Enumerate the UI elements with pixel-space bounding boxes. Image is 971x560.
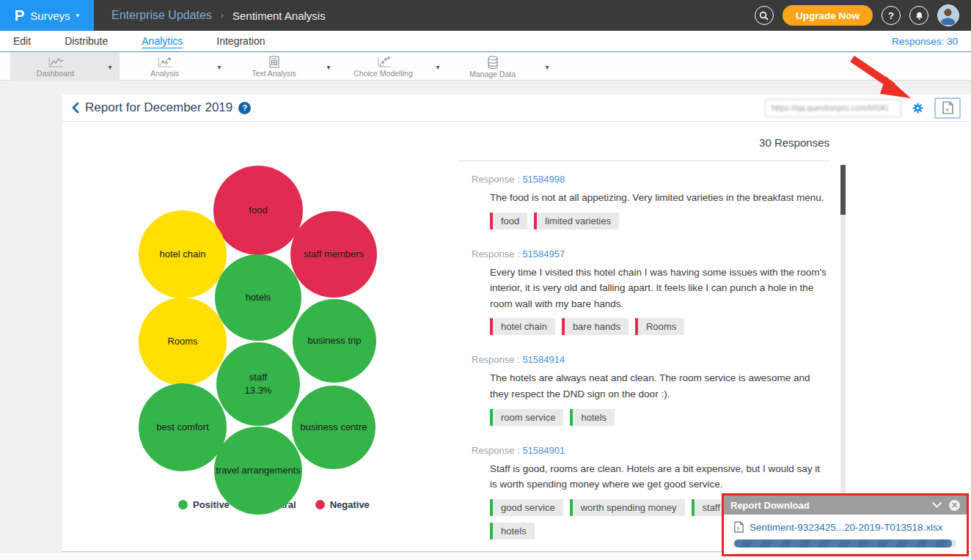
response-text: The food is not at all appetizing. Very … — [490, 190, 829, 206]
response-tags: room servicehotels — [490, 409, 829, 426]
excel-file-icon: x — [942, 101, 953, 114]
report-help-button[interactable]: ? — [238, 102, 251, 114]
responses-scrollbar-track[interactable] — [840, 165, 846, 517]
download-file-link[interactable]: Sentiment-9323425...20-2019-T013518.xlsx — [750, 522, 942, 533]
tab-label: Manage Data — [469, 70, 516, 78]
menu-analytics[interactable]: Analytics — [142, 35, 183, 47]
close-button[interactable]: ✕ — [949, 500, 960, 511]
legend-item: Positive — [178, 499, 230, 510]
report-card: Report for December 2019 ? x PositiveNeu… — [62, 95, 971, 552]
topbar-actions: Upgrade Now ? — [755, 4, 971, 26]
tab-choice-modelling[interactable]: Choice Modelling ▾ — [338, 53, 447, 81]
product-switcher[interactable]: P Surveys ▾ — [0, 0, 94, 31]
document-grid-icon — [268, 56, 281, 68]
user-avatar[interactable] — [937, 4, 959, 26]
tab-dashboard[interactable]: Dashboard ▾ — [10, 53, 120, 81]
survey-menu-bar: Edit Distribute Analytics Integration Re… — [0, 31, 971, 52]
report-title: Report for December 2019 — [85, 100, 232, 115]
sentiment-bubble[interactable]: food — [213, 166, 303, 255]
notifications-button[interactable] — [909, 6, 928, 25]
question-mark-icon: ? — [888, 10, 894, 21]
upgrade-now-button[interactable]: Upgrade Now — [783, 5, 873, 26]
response-item: Response : 51584957Every time I visited … — [458, 248, 829, 336]
response-id-link[interactable]: 51584901 — [522, 445, 565, 456]
legend-dot — [315, 500, 325, 509]
sentiment-tag-chip: bare hands — [562, 318, 629, 335]
sentiment-analysis-page: P Surveys ▾ Enterprise Updates › Sentime… — [0, 0, 971, 560]
scatter-chart-icon — [156, 56, 174, 68]
chevron-down-icon[interactable]: ▾ — [538, 63, 557, 71]
gear-icon — [912, 102, 924, 114]
report-header: Report for December 2019 ? x — [62, 95, 971, 122]
chevron-down-icon[interactable]: ▾ — [100, 63, 120, 71]
chevron-down-icon[interactable]: ▾ — [428, 63, 447, 71]
response-text: Staff is good, rooms are clean. Hotels a… — [490, 461, 829, 493]
tab-manage-data[interactable]: Manage Data ▾ — [447, 53, 557, 81]
sentiment-bubble[interactable]: Rooms — [139, 298, 227, 386]
sentiment-bubble[interactable]: business trip — [293, 299, 376, 383]
chevron-left-icon — [71, 102, 79, 114]
analytics-toolbar: Dashboard ▾ Analysis ▾ Text Analysis ▾ — [0, 53, 971, 81]
question-mark-icon: ? — [242, 103, 247, 112]
collapse-button[interactable] — [932, 502, 942, 508]
tab-label: Analysis — [150, 69, 179, 78]
menu-distribute[interactable]: Distribute — [65, 35, 108, 47]
sentiment-tag-chip: food — [490, 213, 527, 229]
sentiment-bubble[interactable]: business centre — [292, 386, 375, 469]
download-progress-bar — [734, 539, 956, 548]
response-id-link[interactable]: 51584914 — [522, 354, 565, 365]
breadcrumb-folder[interactable]: Enterprise Updates — [111, 9, 212, 22]
menu-integration[interactable]: Integration — [216, 35, 265, 47]
help-button[interactable]: ? — [882, 6, 901, 25]
response-tags: foodlimited varieties — [490, 213, 829, 229]
breadcrumb: Enterprise Updates › Sentiment Analysis — [111, 9, 326, 22]
response-meta: Response : 51584998 — [472, 174, 829, 185]
response-text: Every time I visited this hotel chain I … — [490, 265, 829, 312]
sentiment-bubble[interactable]: travel arrangements — [214, 427, 302, 515]
sentiment-bubble[interactable]: staff13.3% — [216, 342, 300, 426]
sentiment-tag-chip: room service — [490, 409, 563, 426]
download-panel-footline — [734, 553, 956, 554]
sentiment-tag-chip: hotel chain — [490, 318, 555, 335]
legend-label: Negative — [330, 499, 370, 510]
search-icon — [759, 11, 769, 21]
tab-label: Text Analysis — [252, 69, 296, 78]
tab-analysis[interactable]: Analysis ▾ — [120, 53, 229, 81]
responses-scrollbar-thumb[interactable] — [840, 165, 846, 215]
download-panel-header: Report Download ✕ — [724, 495, 967, 515]
response-id-link[interactable]: 51584998 — [522, 174, 565, 185]
sentiment-tag-chip: hotels — [570, 409, 615, 426]
responses-count[interactable]: Responses: 30 — [892, 36, 958, 47]
legend-item: Negative — [315, 499, 370, 510]
breadcrumb-separator: › — [221, 10, 224, 21]
response-item: Response : 51584914The hotels are always… — [458, 354, 829, 425]
sentiment-bubble[interactable]: staff members — [290, 211, 377, 298]
sentiment-bubble-chart: PositiveNeutralNegative foodhotel chains… — [62, 122, 458, 552]
download-progress-fill — [734, 539, 952, 548]
sentiment-bubble[interactable]: hotel chain — [139, 210, 227, 298]
sentiment-bubble[interactable]: hotels — [215, 254, 301, 341]
export-excel-button[interactable]: x — [934, 97, 961, 119]
svg-text:x: x — [737, 526, 740, 531]
sentiment-tag-chip: good service — [490, 499, 563, 516]
top-navbar: P Surveys ▾ Enterprise Updates › Sentime… — [0, 0, 971, 31]
breadcrumb-survey-name: Sentiment Analysis — [232, 10, 326, 22]
response-text: The hotels are always neat and clean. Th… — [490, 370, 829, 402]
settings-button[interactable] — [912, 102, 924, 114]
download-panel-title: Report Download — [730, 500, 810, 511]
responses-panel: 30 Responses Response : 51584998The food… — [458, 122, 829, 552]
menu-edit[interactable]: Edit — [13, 35, 31, 47]
response-meta: Response : 51584914 — [472, 354, 829, 365]
back-button[interactable] — [71, 102, 79, 114]
report-download-panel: Report Download ✕ x Sentiment-9323425...… — [722, 493, 969, 556]
tab-text-analysis[interactable]: Text Analysis ▾ — [229, 53, 338, 81]
chevron-down-icon[interactable]: ▾ — [319, 63, 338, 71]
download-panel-body: x Sentiment-9323425...20-2019-T013518.xl… — [724, 515, 967, 554]
search-button[interactable] — [755, 6, 774, 25]
sentiment-tag-chip: hotels — [490, 523, 535, 539]
chevron-down-icon[interactable]: ▾ — [210, 63, 229, 71]
sentiment-tag-chip: worth spending money — [570, 499, 685, 516]
response-id-link[interactable]: 51584957 — [522, 248, 565, 259]
sentiment-bubble[interactable]: best comfort — [139, 383, 227, 471]
share-url-input[interactable] — [765, 99, 901, 117]
